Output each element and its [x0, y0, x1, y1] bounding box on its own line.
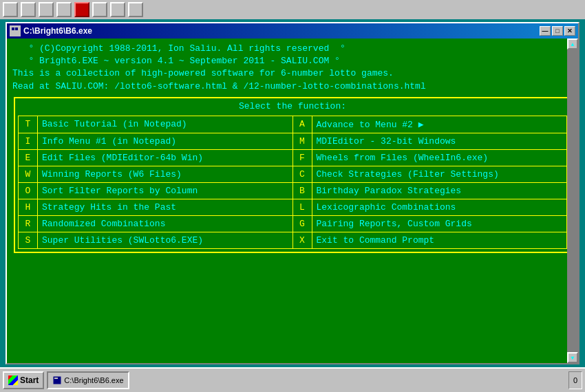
menu-row-3: E Edit Files (MDIEditor-64b Win) F Wheel…	[18, 149, 567, 166]
menu-label-R[interactable]: Randomized Combinations	[38, 216, 169, 232]
menu-left-3[interactable]: E Edit Files (MDIEditor-64b Win)	[19, 150, 292, 166]
menu-label-H[interactable]: Strategy Hits in the Past	[38, 199, 180, 215]
menu-right-6[interactable]: L Lexicographic Combinations	[292, 199, 567, 215]
menu-label-C[interactable]: Check Strategies (Filter Settings)	[312, 166, 503, 182]
menu-key-E[interactable]: E	[19, 150, 38, 166]
maximize-button[interactable]: □	[552, 26, 563, 36]
taskbar-item-label-0: C:\Bright6\B6.exe	[64, 376, 123, 384]
taskbar-top-button-6[interactable]	[92, 2, 107, 17]
main-window: C:\Bright6\B6.exe — □ ✕ ° (C)Copyright 1…	[6, 22, 579, 364]
menu-key-C[interactable]: C	[293, 166, 312, 182]
menu-right-5[interactable]: B Birthday Paradox Strategies	[292, 183, 567, 199]
menu-left-4[interactable]: W Winning Reports (W6 Files)	[19, 166, 292, 182]
svg-rect-1	[12, 28, 14, 30]
window-icon	[10, 25, 21, 36]
console-line-1: ° (C)Copyright 1988-2011, Ion Saliu. All…	[12, 43, 573, 55]
menu-label-I[interactable]: Info Menu #1 (in Notepad)	[38, 133, 180, 149]
menu-row-5: O Sort Filter Reports by Column B Birthd…	[18, 182, 567, 199]
menu-row-4: W Winning Reports (W6 Files) C Check Str…	[18, 166, 567, 182]
start-label: Start	[20, 375, 39, 385]
menu-left-8[interactable]: S Super Utilities (SWLotto6.EXE)	[19, 232, 292, 248]
menu-label-X[interactable]: Exit to Command Prompt	[312, 232, 439, 248]
menu-key-W[interactable]: W	[19, 166, 38, 182]
svg-rect-3	[53, 376, 61, 384]
taskbar-top-button-5[interactable]	[74, 2, 89, 17]
menu-label-A[interactable]: Advance to Menu #2 ▶	[312, 116, 428, 133]
menu-label-G[interactable]: Pairing Reports, Custom Grids	[312, 216, 476, 232]
menu-right-8[interactable]: X Exit to Command Prompt	[292, 232, 567, 248]
menu-title: Select the function:	[18, 101, 567, 111]
taskbar-top-button-8[interactable]	[128, 2, 143, 17]
menu-left-2[interactable]: I Info Menu #1 (in Notepad)	[19, 133, 292, 149]
taskbar-top	[0, 0, 585, 19]
menu-key-M[interactable]: M	[293, 133, 312, 149]
menu-label-O[interactable]: Sort Filter Reports by Column	[38, 183, 202, 199]
menu-left-5[interactable]: O Sort Filter Reports by Column	[19, 183, 292, 199]
menu-key-B[interactable]: B	[293, 183, 312, 199]
menu-key-R[interactable]: R	[19, 216, 38, 232]
menu-label-S[interactable]: Super Utilities (SWLotto6.EXE)	[38, 232, 207, 248]
menu-right-7[interactable]: G Pairing Reports, Custom Grids	[292, 216, 567, 232]
menu-left-6[interactable]: H Strategy Hits in the Past	[19, 199, 292, 215]
title-bar: C:\Bright6\B6.exe — □ ✕	[7, 23, 578, 39]
taskbar-item-icon-0	[52, 375, 62, 385]
taskbar-top-button-3[interactable]	[39, 2, 54, 17]
menu-right-1[interactable]: A Advance to Menu #2 ▶	[292, 116, 567, 133]
clock: 0	[568, 371, 582, 389]
taskbar-bottom: Start C:\Bright6\B6.exe 0	[0, 367, 585, 392]
menu-label-T[interactable]: Basic Tutorial (in Notepad)	[38, 116, 191, 133]
taskbar-top-button-2[interactable]	[21, 2, 36, 17]
menu-key-L[interactable]: L	[293, 199, 312, 215]
taskbar-top-button-7[interactable]	[110, 2, 125, 17]
window-title: C:\Bright6\B6.exe	[23, 26, 540, 36]
minimize-button[interactable]: —	[540, 26, 551, 36]
window-controls: — □ ✕	[540, 26, 575, 36]
taskbar-top-button-1[interactable]	[3, 2, 18, 17]
menu-row-2: I Info Menu #1 (in Notepad) M MDIEditor …	[18, 133, 567, 149]
menu-key-I[interactable]: I	[19, 133, 38, 149]
menu-label-F[interactable]: Wheels from Files (WheelIn6.exe)	[312, 150, 493, 166]
start-button[interactable]: Start	[3, 371, 44, 389]
menu-right-4[interactable]: C Check Strategies (Filter Settings)	[292, 166, 567, 182]
windows-icon	[8, 375, 18, 385]
menu-left-7[interactable]: R Randomized Combinations	[19, 216, 292, 232]
menu-key-G[interactable]: G	[293, 216, 312, 232]
menu-key-O[interactable]: O	[19, 183, 38, 199]
console-area: ° (C)Copyright 1988-2011, Ion Saliu. All…	[7, 39, 578, 363]
taskbar-items: C:\Bright6\B6.exe	[47, 371, 566, 389]
menu-key-A[interactable]: A	[293, 116, 312, 133]
menu-row-7: R Randomized Combinations G Pairing Repo…	[18, 215, 567, 232]
scroll-track	[567, 50, 578, 352]
taskbar-top-button-4[interactable]	[56, 2, 72, 17]
svg-rect-4	[54, 378, 58, 379]
scroll-up-button[interactable]: ▲	[567, 39, 578, 50]
menu-row-6: H Strategy Hits in the Past L Lexicograp…	[18, 199, 567, 215]
menu-right-3[interactable]: F Wheels from Files (WheelIn6.exe)	[292, 150, 567, 166]
menu-row-8: S Super Utilities (SWLotto6.EXE) X Exit …	[18, 232, 567, 249]
scroll-down-button[interactable]: ▼	[567, 352, 578, 363]
scrollbar[interactable]: ▲ ▼	[567, 39, 578, 363]
menu-label-L[interactable]: Lexicographic Combinations	[312, 199, 460, 215]
menu-key-H[interactable]: H	[19, 199, 38, 215]
close-button[interactable]: ✕	[564, 26, 575, 36]
menu-key-X[interactable]: X	[293, 232, 312, 248]
menu-key-F[interactable]: F	[293, 150, 312, 166]
menu-row-1: T Basic Tutorial (in Notepad) A Advance …	[18, 116, 567, 133]
menu-label-M[interactable]: MDIEditor - 32-bit Windows	[312, 133, 460, 149]
menu-box: Select the function: T Basic Tutorial (i…	[14, 97, 571, 253]
menu-label-B[interactable]: Birthday Paradox Strategies	[312, 183, 466, 199]
console-line-2: ° Bright6.EXE ~ version 4.1 ~ September …	[12, 55, 573, 67]
menu-right-2[interactable]: M MDIEditor - 32-bit Windows	[292, 133, 567, 149]
console-line-4: Read at SALIU.COM: /lotto6-software.html…	[12, 80, 573, 93]
menu-key-T[interactable]: T	[19, 116, 38, 133]
menu-left-1[interactable]: T Basic Tutorial (in Notepad)	[19, 116, 292, 133]
console-line-3: This is a collection of high-powered sof…	[12, 67, 573, 80]
menu-key-S[interactable]: S	[19, 232, 38, 248]
svg-rect-2	[15, 28, 18, 30]
menu-label-W[interactable]: Winning Reports (W6 Files)	[38, 166, 186, 182]
taskbar-item-0[interactable]: C:\Bright6\B6.exe	[47, 371, 129, 389]
menu-label-E[interactable]: Edit Files (MDIEditor-64b Win)	[38, 150, 207, 166]
